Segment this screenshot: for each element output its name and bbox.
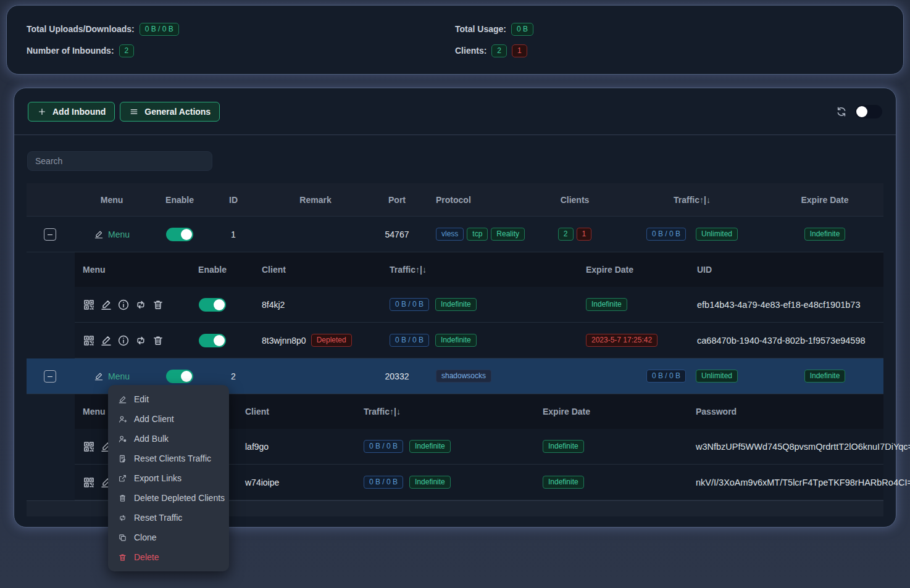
stat-usage-value-badge: 0 B [511, 23, 533, 36]
enable-toggle[interactable] [166, 370, 193, 383]
reset-traffic-icon[interactable] [135, 334, 147, 347]
delete-client-icon[interactable] [152, 299, 164, 311]
qr-code-icon[interactable] [83, 441, 95, 453]
reset-traffic-icon[interactable] [135, 299, 147, 311]
enable-toggle[interactable] [199, 334, 226, 347]
protocol-badge: shadowsocks [436, 370, 491, 383]
expire-badge: Indefinite [586, 298, 627, 311]
collapse-row-button[interactable] [44, 370, 56, 383]
col-header-traffic[interactable]: Traffic↑|↓ [618, 195, 766, 205]
add-client-icon [118, 415, 127, 424]
delete-client-icon[interactable] [152, 334, 164, 347]
menu-item-add-client[interactable]: Add Client [108, 409, 229, 429]
row-menu-label: Menu [108, 371, 130, 381]
client-name: 8f4kj2 [239, 300, 346, 310]
stat-uploads-label: Total Uploads/Downloads: [27, 24, 135, 34]
edit-client-icon[interactable] [100, 334, 112, 347]
add-inbound-button[interactable]: Add Inbound [28, 102, 115, 122]
traffic-badge: 0 B / 0 B [390, 298, 429, 311]
menu-item-label: Edit [134, 394, 149, 404]
clients-active-badge: 2 [558, 228, 574, 241]
menu-item-label: Delete [134, 552, 159, 562]
general-actions-label: General Actions [144, 107, 211, 117]
traffic-badge: 0 B / 0 B [646, 370, 686, 383]
stats-right-column: Total Usage: 0 B Clients: 2 1 [455, 23, 883, 57]
add-bulk-icon [118, 434, 127, 444]
menu-item-export-links[interactable]: Export Links [108, 468, 229, 488]
qr-code-icon[interactable] [83, 299, 95, 311]
toggle-knob [214, 299, 225, 310]
client-row-8t3wjnn8p0[interactable]: 8t3wjnn8p0 Depleted 0 B / 0 B Indefinite… [75, 323, 883, 358]
menu-item-add-bulk[interactable]: Add Bulk [108, 429, 229, 449]
col-header-traffic[interactable]: Traffic↑|↓ [346, 265, 519, 275]
menu-item-reset-traffic[interactable]: Reset Traffic [108, 508, 229, 528]
traffic-limit-badge: Indefinite [409, 440, 451, 453]
stat-total-uploads-downloads: Total Uploads/Downloads: 0 B / 0 B [27, 23, 455, 36]
collapse-row-button[interactable] [44, 228, 56, 241]
col-header-password: Password [683, 407, 883, 416]
info-icon[interactable] [117, 299, 130, 311]
qr-code-icon[interactable] [83, 334, 95, 347]
menu-item-label: Reset Clients Traffic [134, 453, 211, 463]
network-badge: tcp [467, 228, 488, 241]
col-header-enable: Enable [150, 195, 209, 205]
general-actions-button[interactable]: General Actions [120, 102, 220, 122]
traffic-limit-badge: Indefinite [435, 298, 477, 311]
traffic-limit-badge: Indefinite [409, 476, 451, 489]
enable-toggle[interactable] [199, 298, 226, 312]
col-header-remark: Remark [257, 195, 374, 205]
expire-badge: Indefinite [804, 370, 846, 383]
menu-item-delete-depleted-clients[interactable]: Delete Depleted Clients [108, 488, 229, 508]
col-header-expire-date: Expire Date [529, 407, 683, 416]
stats-panel: Total Uploads/Downloads: 0 B / 0 B Numbe… [6, 5, 904, 75]
col-header-port: Port [374, 195, 420, 205]
inbound-id: 1 [209, 230, 257, 239]
qr-code-icon[interactable] [83, 476, 95, 489]
refresh-icon[interactable] [835, 106, 848, 118]
clients-depleted-badge: 1 [577, 228, 592, 241]
security-badge: Reality [491, 228, 525, 241]
row-menu-button[interactable]: Menu [94, 230, 130, 239]
inbound-port: 54767 [374, 230, 420, 239]
toggle-knob [181, 371, 192, 382]
stat-total-usage: Total Usage: 0 B [455, 23, 883, 36]
stats-left-column: Total Uploads/Downloads: 0 B / 0 B Numbe… [27, 23, 455, 57]
export-links-icon [118, 474, 127, 483]
add-inbound-label: Add Inbound [52, 107, 106, 117]
menu-item-reset-clients-traffic[interactable]: Reset Clients Traffic [108, 449, 229, 468]
client-password: w3NfbzUPf5WWd745Q8pvsmQrdrttT2lO6knuI7Di… [683, 442, 910, 452]
clone-icon [118, 533, 127, 542]
expire-badge: Indefinite [543, 440, 584, 453]
traffic-badge: 0 B / 0 B [364, 440, 403, 453]
stat-clients: Clients: 2 1 [455, 44, 883, 57]
theme-toggle[interactable] [855, 105, 882, 118]
inbound-row-1[interactable]: Menu 1 54767 vless tcp Reality 2 1 0 B / [27, 217, 883, 252]
traffic-badge: 0 B / 0 B [364, 476, 403, 489]
toolbar: Add Inbound General Actions [14, 88, 896, 135]
col-header-protocol: Protocol [420, 195, 532, 205]
enable-toggle[interactable] [166, 228, 193, 241]
inbounds-table-header: Menu Enable ID Remark Port Protocol Clie… [27, 183, 883, 217]
traffic-badge: 0 B / 0 B [646, 228, 686, 241]
reset-clients-traffic-icon [118, 454, 127, 463]
edit-pencil-icon [94, 230, 104, 239]
toggle-knob [856, 106, 867, 117]
col-header-clients: Clients [532, 195, 618, 205]
menu-item-clone[interactable]: Clone [108, 528, 229, 547]
row-menu-button[interactable]: Menu [94, 371, 130, 381]
menu-item-edit[interactable]: Edit [108, 389, 229, 409]
traffic-limit-badge: Unlimited [696, 370, 738, 383]
menu-item-delete[interactable]: Delete [108, 547, 229, 567]
stat-number-of-inbounds: Number of Inbounds: 2 [27, 44, 455, 57]
info-icon[interactable] [117, 334, 130, 347]
inbound-port: 20332 [374, 371, 420, 381]
stat-inbounds-value-badge: 2 [119, 44, 135, 57]
stat-clients-depleted-badge: 1 [512, 44, 527, 57]
col-header-traffic[interactable]: Traffic↑|↓ [356, 407, 529, 416]
inbound-context-menu: Edit Add Client Add Bulk Reset Clients T… [108, 385, 229, 571]
search-input[interactable] [27, 151, 212, 171]
stat-usage-label: Total Usage: [455, 24, 506, 34]
client-row-8f4kj2[interactable]: 8f4kj2 0 B / 0 B Indefinite Indefinite e… [75, 287, 883, 323]
edit-client-icon[interactable] [100, 299, 112, 311]
client-password: nkV/I/3XoAm9v6xMT/T5lcrF4TpeTKF98rHARbRo… [683, 478, 910, 487]
